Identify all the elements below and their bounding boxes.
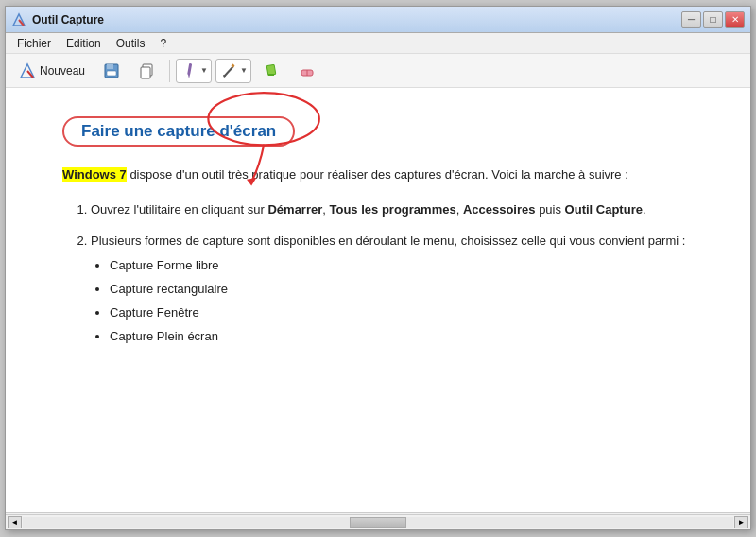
h-scroll-track[interactable]: ◄ ► — [6, 514, 750, 528]
menu-outils[interactable]: Outils — [109, 35, 153, 52]
step1-bold4: Outil Capture — [565, 202, 643, 217]
h-scroll-left-button[interactable]: ◄ — [8, 516, 22, 528]
new-icon — [18, 61, 37, 80]
pen-dropdown[interactable]: ▼ — [176, 59, 212, 83]
h-scroll-thumb[interactable] — [350, 517, 406, 528]
steps-list: Ouvrez l'utilitaire en cliquant sur Déma… — [62, 200, 703, 347]
close-button[interactable]: ✕ — [725, 11, 745, 28]
step1-prefix: Ouvrez l'utilitaire en cliquant sur — [91, 202, 267, 217]
save-button[interactable] — [95, 58, 128, 84]
step-1: Ouvrez l'utilitaire en cliquant sur Déma… — [91, 200, 703, 220]
svg-rect-6 — [107, 71, 116, 76]
toolbar: Nouveau — [6, 54, 750, 88]
horizontal-scrollbar: ◄ ► — [6, 512, 750, 529]
h-scroll-track-inner[interactable] — [23, 517, 733, 528]
bullet-4: Capture Plein écran — [110, 327, 703, 347]
intro-paragraph: Windows 7 dispose d'un outil très pratiq… — [62, 165, 703, 185]
bullet-2: Capture rectangulaire — [110, 280, 703, 300]
step1-bold2: Tous les programmes — [330, 202, 456, 217]
h-scroll-right-button[interactable]: ► — [734, 516, 748, 528]
window-controls: ─ □ ✕ — [681, 11, 745, 28]
highlight-windows7: Windows 7 — [62, 167, 127, 182]
menu-edition[interactable]: Edition — [59, 35, 109, 52]
pen-icon — [180, 61, 198, 80]
app-icon — [11, 12, 26, 27]
step1-end: . — [643, 202, 646, 217]
highlighter-icon — [262, 61, 281, 80]
svg-rect-5 — [107, 64, 113, 69]
copy-icon — [138, 61, 157, 80]
new-label: Nouveau — [40, 64, 85, 78]
step2-text: Plusieurs formes de capture sont disponi… — [91, 234, 685, 248]
save-icon — [102, 61, 121, 80]
new-button[interactable]: Nouveau — [11, 58, 92, 84]
main-window: Outil Capture ─ □ ✕ Fichier Edition Outi… — [5, 6, 751, 530]
menu-bar: Fichier Edition Outils ? — [6, 33, 750, 54]
page-title: Faire une capture d'écran — [62, 116, 295, 147]
svg-rect-9 — [187, 62, 192, 74]
svg-marker-10 — [188, 75, 190, 78]
eraser-icon — [298, 61, 317, 80]
copy-button[interactable] — [131, 58, 163, 84]
step1-mid: puis — [536, 202, 565, 217]
pen-dropdown-arrow: ▼ — [200, 66, 208, 75]
step1-sep2: , — [456, 202, 463, 217]
maximize-button[interactable]: □ — [703, 11, 723, 28]
step1-bold3: Accessoires — [463, 202, 536, 217]
content-area: Faire une capture d'écran Windows 7 disp… — [6, 88, 750, 512]
title-bar: Outil Capture ─ □ ✕ — [6, 7, 750, 33]
step1-sep1: , — [322, 202, 329, 217]
capture-types-list: Capture Forme libre Capture rectangulair… — [91, 256, 703, 346]
bullet-1: Capture Forme libre — [110, 256, 703, 276]
document-content: Faire une capture d'écran Windows 7 disp… — [6, 88, 750, 512]
intro-rest: dispose d'un outil très pratique pour ré… — [127, 167, 628, 182]
svg-rect-8 — [141, 67, 150, 78]
highlighter-button[interactable] — [255, 58, 287, 84]
bullet-3: Capture Fenêtre — [110, 303, 703, 323]
menu-help[interactable]: ? — [152, 35, 174, 52]
svg-rect-14 — [266, 64, 276, 75]
pencil-dropdown[interactable]: ▼ — [215, 59, 251, 83]
pencil-dropdown-arrow: ▼ — [240, 66, 248, 75]
svg-line-11 — [224, 66, 233, 77]
eraser-button[interactable] — [291, 58, 323, 84]
step1-bold1: Démarrer — [267, 202, 322, 217]
step-2: Plusieurs formes de capture sont disponi… — [91, 232, 703, 347]
minimize-button[interactable]: ─ — [681, 11, 701, 28]
pencil-icon — [219, 61, 238, 80]
toolbar-divider-1 — [169, 60, 170, 82]
menu-fichier[interactable]: Fichier — [9, 35, 59, 52]
window-title: Outil Capture — [32, 13, 681, 26]
